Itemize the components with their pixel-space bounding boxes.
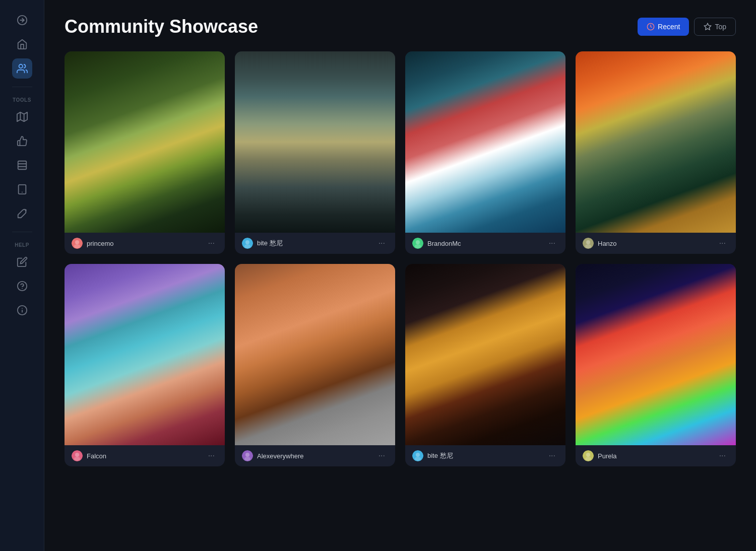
more-button[interactable]: ··· — [716, 238, 729, 249]
card-user: Alexeverywhere — [242, 450, 304, 461]
svg-point-37 — [416, 453, 420, 457]
page-title: Community Showcase — [65, 16, 258, 37]
svg-point-40 — [586, 453, 590, 457]
sidebar-item-tablet[interactable] — [12, 179, 32, 199]
gallery-grid: princemo ··· bite 愁尼 ··· — [65, 51, 736, 466]
avatar — [412, 238, 423, 249]
username: BrandonMc — [427, 240, 461, 247]
card-footer: bite 愁尼 ··· — [235, 233, 395, 254]
sidebar-item-stack[interactable] — [12, 155, 32, 175]
card-image — [576, 51, 736, 233]
sidebar-item-help[interactable] — [12, 276, 32, 296]
svg-point-41 — [585, 457, 591, 461]
avatar — [242, 450, 253, 461]
card-image — [65, 51, 225, 233]
sidebar-item-edit[interactable] — [12, 252, 32, 272]
svg-point-32 — [74, 457, 80, 461]
avatar — [72, 238, 83, 249]
recent-icon — [647, 23, 655, 31]
avatar — [412, 450, 423, 461]
card-footer: Hanzo ··· — [576, 233, 736, 254]
divider-help — [12, 232, 32, 232]
card-user: bite 愁尼 — [412, 450, 453, 461]
gallery-card[interactable]: princemo ··· — [65, 51, 225, 254]
card-image — [235, 51, 395, 233]
more-button[interactable]: ··· — [375, 450, 388, 461]
username: Falcon — [87, 452, 106, 460]
card-image — [65, 264, 225, 445]
svg-point-20 — [74, 244, 80, 248]
svg-point-23 — [244, 244, 250, 248]
gallery-card[interactable]: Alexeverywhere ··· — [235, 264, 395, 466]
divider-tools — [12, 87, 32, 87]
svg-point-38 — [415, 457, 421, 461]
card-footer: Purela ··· — [576, 445, 736, 466]
username: Alexeverywhere — [257, 452, 304, 460]
gallery-card[interactable]: BrandonMc ··· — [405, 51, 565, 254]
svg-point-2 — [19, 64, 22, 68]
sidebar: TOOLS HELP — [0, 0, 44, 551]
gallery-card[interactable]: Hanzo ··· — [576, 51, 736, 254]
gallery-card[interactable]: bite 愁尼 ··· — [235, 51, 395, 254]
svg-point-22 — [245, 240, 249, 244]
svg-point-19 — [75, 240, 79, 244]
sidebar-item-brush[interactable] — [12, 203, 32, 224]
gallery-card[interactable]: bite 愁尼 ··· — [405, 264, 565, 466]
svg-point-28 — [586, 240, 590, 244]
more-button[interactable]: ··· — [205, 238, 218, 249]
header-buttons: Recent Top — [638, 18, 736, 36]
card-image — [576, 264, 736, 445]
avatar — [583, 238, 594, 249]
card-user: Falcon — [72, 450, 106, 461]
svg-point-25 — [416, 240, 420, 244]
sidebar-item-arrow[interactable] — [12, 10, 32, 30]
svg-point-34 — [245, 453, 249, 457]
svg-rect-6 — [18, 161, 26, 170]
main-content: Community Showcase Recent Top — [44, 0, 756, 551]
username: bite 愁尼 — [257, 239, 283, 248]
card-user: princemo — [72, 238, 113, 249]
svg-marker-3 — [17, 112, 27, 121]
more-button[interactable]: ··· — [546, 238, 558, 249]
recent-label: Recent — [658, 23, 680, 31]
username: bite 愁尼 — [427, 451, 453, 460]
svg-point-31 — [75, 453, 79, 457]
card-image — [405, 51, 565, 233]
recent-button[interactable]: Recent — [638, 18, 689, 36]
username: Hanzo — [598, 240, 617, 247]
card-image — [235, 264, 395, 445]
card-footer: Alexeverywhere ··· — [235, 445, 395, 466]
gallery-card[interactable]: Falcon ··· — [65, 264, 225, 466]
avatar — [72, 450, 83, 461]
top-label: Top — [715, 23, 726, 31]
more-button[interactable]: ··· — [546, 450, 558, 461]
sidebar-item-map[interactable] — [12, 107, 32, 127]
svg-point-26 — [415, 244, 421, 248]
card-user: BrandonMc — [412, 238, 461, 249]
card-footer: princemo ··· — [65, 233, 225, 254]
card-user: bite 愁尼 — [242, 238, 283, 249]
card-user: Hanzo — [583, 238, 617, 249]
card-footer: bite 愁尼 ··· — [405, 445, 565, 466]
sidebar-item-community[interactable] — [12, 58, 32, 79]
star-icon — [704, 23, 712, 31]
gallery-card[interactable]: Purela ··· — [576, 264, 736, 466]
page-header: Community Showcase Recent Top — [65, 16, 736, 37]
more-button[interactable]: ··· — [716, 450, 729, 461]
sidebar-item-home[interactable] — [12, 34, 32, 54]
svg-point-29 — [585, 244, 591, 248]
avatar — [583, 450, 594, 461]
sidebar-item-info[interactable] — [12, 300, 32, 320]
help-label: HELP — [15, 242, 29, 248]
more-button[interactable]: ··· — [205, 450, 218, 461]
username: Purela — [598, 452, 617, 460]
sidebar-item-thumbsup[interactable] — [12, 131, 32, 151]
username: princemo — [87, 240, 113, 247]
tools-label: TOOLS — [13, 97, 31, 103]
svg-marker-17 — [705, 23, 711, 30]
more-button[interactable]: ··· — [375, 238, 388, 249]
top-button[interactable]: Top — [694, 18, 736, 36]
card-user: Purela — [583, 450, 617, 461]
card-footer: Falcon ··· — [65, 445, 225, 466]
card-image — [405, 264, 565, 445]
